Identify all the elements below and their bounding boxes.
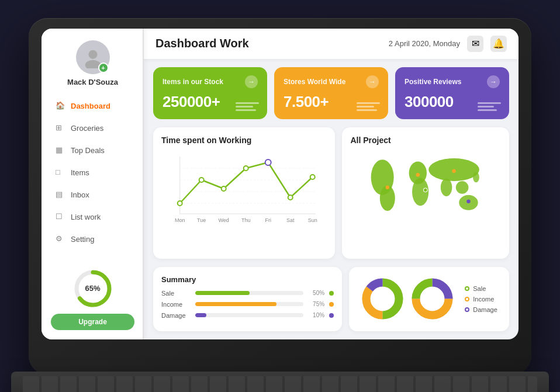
svg-point-14 [265,159,271,165]
stock-arrow: → [245,75,258,88]
sidebar-item-dashboard[interactable]: 🏠 Dashboard [49,96,137,117]
header: Dashboard Work 2 April 2020, Monday ✉ 🔔 [144,29,518,59]
sale-bar-fill [195,291,250,295]
legend-income-dot [465,297,469,301]
income-bar-track [195,302,303,306]
stat-card-stores: Stores World Wide → 7.500+ [274,67,388,119]
world-map-svg [350,151,501,227]
sidebar-bottom: 65% Upgrade [42,268,144,330]
upgrade-button[interactable]: Upgrade [51,314,134,330]
content-area: Items in our Stock → 250000+ [144,59,518,339]
svg-point-11 [199,178,204,182]
svg-point-37 [467,199,471,203]
svg-point-13 [244,166,248,171]
svg-point-16 [310,175,315,179]
items-icon: □ [56,168,66,178]
nav-list: 🏠 Dashboard ⊞ Groceries ▦ Top Deals □ [42,96,144,251]
legend-sale-dot [465,286,469,291]
income-bar-fill [195,302,276,306]
summary-item-damage: Damage 10% [161,312,334,319]
reviews-lines [478,102,501,111]
sidebar-item-inbox[interactable]: ▤ Inbox [49,185,137,206]
svg-point-30 [456,181,469,194]
damage-bar-track [195,313,303,317]
svg-point-33 [416,172,420,176]
line-chart-title: Time spent on Working [161,136,327,145]
legend-damage-dot [465,307,469,312]
legend-damage: Damage [465,306,497,313]
stock-lines [236,102,259,111]
avatar-wrap: + [76,40,110,74]
svg-point-46 [421,287,444,311]
summary-item-income: Income 75% [161,301,334,308]
map-card: All Project [342,127,509,259]
line-chart-svg: Mon Tue Wed Thu Fri Sat Sun [161,151,327,227]
svg-point-29 [441,178,452,196]
stores-arrow: → [366,75,379,88]
sidebar-item-setting[interactable]: ⚙ Setting [49,229,137,250]
line-chart-card: Time spent on Working [153,127,335,259]
svg-text:Sat: Sat [286,217,295,223]
damage-bar-fill [195,313,206,317]
legend-sale: Sale [465,285,497,292]
summary-row: Summary Sale 50% [153,267,509,331]
svg-text:Thu: Thu [241,217,251,223]
donut-chart-2 [410,277,454,321]
donut-cards: Sale Income Damage [349,267,509,331]
header-right: 2 April 2020, Monday ✉ 🔔 [389,36,507,52]
svg-point-12 [222,186,226,191]
sidebar-item-list-work[interactable]: ☐ List work [49,207,137,228]
svg-text:Mon: Mon [175,217,185,223]
summary-title: Summary [161,275,334,284]
sale-dot [329,291,334,296]
map-container [350,151,501,227]
map-title: All Project [350,136,501,145]
notification-icon[interactable]: 🔔 [490,36,507,52]
damage-dot [329,313,334,318]
nav-divider [143,29,144,339]
svg-point-34 [386,185,390,189]
list-icon: ☐ [56,212,66,223]
sale-bar-track [195,291,303,295]
svg-point-10 [178,201,182,206]
svg-text:Fri: Fri [265,217,271,223]
sidebar-item-groceries[interactable]: ⊞ Groceries [49,118,137,139]
stat-cards: Items in our Stock → 250000+ [153,67,509,119]
chart-legend: Sale Income Damage [465,285,497,313]
stores-lines [357,102,380,111]
summary-card: Summary Sale 50% [153,267,342,331]
svg-point-35 [424,188,428,192]
avatar-badge: + [98,63,109,73]
sidebar-item-top-deals[interactable]: ▦ Top Deals [49,140,137,161]
tablet-screen: + Mack D'Souza 🏠 Dashboard ⊞ Groceries [42,29,518,339]
device-wrapper: + Mack D'Souza 🏠 Dashboard ⊞ Groceries [29,18,531,374]
reviews-arrow: → [487,75,500,88]
svg-text:Wed: Wed [219,217,229,223]
dashboard: + Mack D'Souza 🏠 Dashboard ⊞ Groceries [42,29,518,339]
home-icon: 🏠 [56,101,66,112]
charts-row: Time spent on Working [153,127,509,259]
user-name: Mack D'Souza [67,78,118,86]
keyboard [11,372,549,393]
svg-text:Tue: Tue [197,217,206,223]
stat-card-stock: Items in our Stock → 250000+ [153,67,267,119]
svg-point-32 [473,172,479,182]
mail-icon[interactable]: ✉ [467,36,483,52]
sidebar: + Mack D'Souza 🏠 Dashboard ⊞ Groceries [42,29,144,339]
donut-chart-1 [361,277,405,321]
income-dot [329,302,334,307]
tablet-body: + Mack D'Souza 🏠 Dashboard ⊞ Groceries [29,18,531,374]
setting-icon: ⚙ [56,234,66,245]
progress-circle: 65% [72,268,113,309]
stat-card-reviews: Positive Reviews → 300000 [395,67,509,119]
progress-label: 65% [72,268,113,309]
svg-point-15 [288,195,293,200]
svg-text:Sun: Sun [308,217,317,223]
groceries-icon: ⊞ [56,123,66,134]
svg-point-25 [380,185,395,210]
header-date: 2 April 2020, Monday [389,39,460,48]
summary-item-sale: Sale 50% [161,290,334,297]
svg-point-0 [88,50,97,58]
deals-icon: ▦ [56,145,66,156]
sidebar-item-items[interactable]: □ Items [49,162,137,183]
